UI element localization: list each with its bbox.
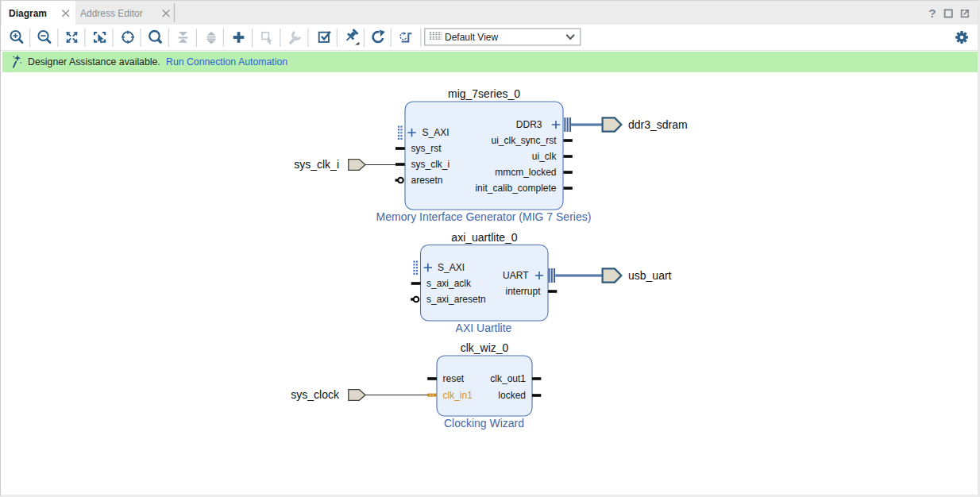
svg-text:clk_wiz_0: clk_wiz_0 — [461, 341, 509, 354]
svg-text:Default View: Default View — [445, 32, 498, 43]
svg-text:locked: locked — [498, 390, 526, 401]
svg-text:interrupt: interrupt — [505, 286, 541, 297]
svg-text:clk_in1: clk_in1 — [443, 390, 473, 401]
svg-text:sys_clock: sys_clock — [291, 388, 340, 401]
svg-text:sys_clk_i: sys_clk_i — [294, 158, 339, 171]
svg-text:s_axi_aresetn: s_axi_aresetn — [426, 294, 486, 305]
svg-text:clk_out1: clk_out1 — [490, 373, 526, 384]
svg-text:sys_rst: sys_rst — [411, 143, 442, 154]
svg-text:aresetn: aresetn — [411, 175, 443, 186]
svg-text:sys_clk_i: sys_clk_i — [411, 159, 450, 170]
svg-text:ddr3_sdram: ddr3_sdram — [628, 118, 688, 131]
svg-text:Memory Interface Generator (MI: Memory Interface Generator (MIG 7 Series… — [376, 210, 592, 223]
svg-text:mmcm_locked: mmcm_locked — [495, 167, 556, 178]
svg-text:reset: reset — [443, 373, 465, 384]
svg-text:init_calib_complete: init_calib_complete — [475, 183, 556, 194]
svg-text:AXI Uartlite: AXI Uartlite — [456, 322, 512, 334]
svg-text:axi_uartlite_0: axi_uartlite_0 — [451, 231, 517, 244]
svg-text:s_axi_aclk: s_axi_aclk — [426, 278, 472, 289]
svg-text:usb_uart: usb_uart — [628, 269, 672, 282]
svg-text:ui_clk: ui_clk — [532, 151, 558, 162]
svg-text:S_AXI: S_AXI — [422, 127, 449, 138]
svg-text:DDR3: DDR3 — [516, 119, 542, 130]
svg-text:?: ? — [928, 6, 936, 20]
svg-text:S_AXI: S_AXI — [438, 262, 465, 273]
svg-text:mig_7series_0: mig_7series_0 — [448, 87, 520, 100]
svg-text:UART: UART — [503, 270, 529, 281]
svg-text:ui_clk_sync_rst: ui_clk_sync_rst — [491, 135, 557, 146]
svg-text:Clocking Wizard: Clocking Wizard — [444, 417, 524, 430]
